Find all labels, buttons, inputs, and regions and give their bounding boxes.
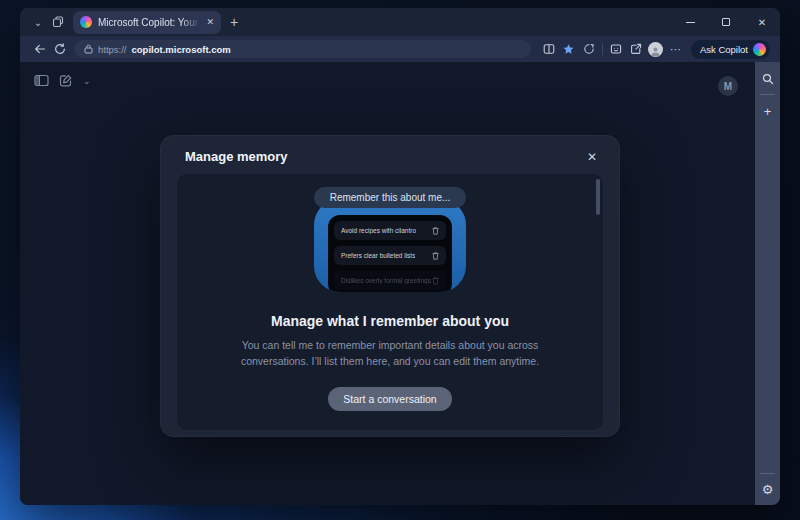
profile-avatar	[648, 42, 663, 57]
close-icon: ✕	[758, 17, 766, 28]
browser-essentials-button[interactable]	[579, 39, 599, 59]
maximize-icon	[722, 18, 730, 26]
tab-strip: ⌄ Microsoft Copilot: Your AI compan ✕ + …	[20, 8, 780, 36]
ask-copilot-label: Ask Copilot	[700, 44, 748, 55]
memory-text: Avoid recipes with cilantro	[341, 227, 416, 234]
toolbar-divider	[602, 43, 603, 55]
memory-row: Dislikes overly formal greetings	[334, 271, 446, 290]
tab-actions-menu-button[interactable]: ⌄	[28, 12, 48, 32]
back-arrow-icon	[34, 43, 46, 55]
site-info-lock-icon	[84, 44, 93, 54]
copilot-page: ⌄ M Manage memory ✕ Remember this about …	[20, 62, 755, 505]
tab-close-icon[interactable]: ✕	[206, 17, 214, 27]
desktop-wallpaper: { "tab_strip": { "chevron_glyph": "⌄", "…	[0, 0, 800, 520]
tab-title: Microsoft Copilot: Your AI compan	[98, 17, 200, 28]
back-button[interactable]	[30, 39, 50, 59]
dialog-title: Manage memory	[185, 149, 288, 164]
scrollbar-thumb[interactable]	[596, 179, 600, 215]
memory-row: Prefers clear bulleted lists	[334, 246, 446, 265]
memory-text: Prefers clear bulleted lists	[341, 252, 415, 259]
url-scheme: https://	[98, 44, 127, 55]
web-capture-button[interactable]	[606, 39, 626, 59]
minimize-icon	[686, 22, 695, 23]
rail-divider	[760, 473, 775, 474]
browser-tab[interactable]: Microsoft Copilot: Your AI compan ✕	[73, 11, 221, 34]
browser-window: ⌄ Microsoft Copilot: Your AI compan ✕ + …	[20, 8, 780, 505]
chevron-down-icon: ⌄	[34, 17, 42, 28]
start-conversation-button[interactable]: Start a conversation	[328, 387, 451, 411]
rail-divider	[760, 94, 775, 95]
split-screen-icon	[543, 43, 555, 55]
refresh-button[interactable]	[50, 39, 70, 59]
refresh-icon	[54, 43, 66, 55]
profile-button[interactable]	[646, 39, 666, 59]
search-icon[interactable]	[762, 73, 774, 85]
dialog-description: You can tell me to remember important de…	[224, 338, 556, 370]
workspaces-icon	[52, 16, 64, 28]
memory-bubble: Remember this about me...	[314, 187, 467, 208]
memory-illustration: Avoid recipes with cilantro Prefers clea…	[314, 199, 466, 292]
close-window-button[interactable]: ✕	[744, 8, 780, 36]
person-icon	[650, 46, 661, 57]
copilot-favicon	[80, 16, 92, 28]
favorites-button[interactable]	[559, 39, 579, 59]
browser-content: ⌄ M Manage memory ✕ Remember this about …	[20, 62, 780, 505]
rail-add-button[interactable]: +	[764, 104, 772, 119]
web-capture-icon	[610, 43, 622, 55]
address-bar[interactable]: https://copilot.microsoft.com	[74, 40, 531, 58]
workspaces-button[interactable]	[48, 12, 68, 32]
account-avatar[interactable]: M	[718, 76, 738, 96]
dialog-close-button[interactable]: ✕	[587, 150, 597, 164]
share-icon	[630, 43, 642, 55]
share-button[interactable]	[626, 39, 646, 59]
edge-sidebar-rail: + ⚙	[755, 62, 780, 505]
browser-essentials-icon	[583, 43, 595, 55]
copilot-page-controls: ⌄	[34, 74, 91, 87]
minimize-button[interactable]	[672, 8, 708, 36]
favorites-star-icon	[562, 43, 575, 56]
url-host: copilot.microsoft.com	[132, 44, 231, 55]
memory-card: Avoid recipes with cilantro Prefers clea…	[328, 215, 452, 292]
dialog-body-panel: Remember this about me... Avoid recipes …	[177, 174, 603, 430]
trash-icon	[432, 277, 439, 285]
dialog-header: Manage memory ✕	[161, 136, 619, 174]
maximize-button[interactable]	[708, 8, 744, 36]
browser-toolbar: https://copilot.microsoft.com ⋯ Ask Copi…	[20, 36, 780, 62]
new-chat-icon[interactable]	[59, 74, 73, 87]
settings-and-more-button[interactable]: ⋯	[666, 39, 686, 59]
new-tab-button[interactable]: +	[230, 14, 238, 30]
dialog-heading: Manage what I remember about you	[177, 313, 603, 329]
split-screen-button[interactable]	[539, 39, 559, 59]
memory-row: Avoid recipes with cilantro	[334, 221, 446, 240]
gear-icon[interactable]: ⚙	[762, 483, 774, 496]
copilot-logo-icon	[753, 43, 766, 56]
trash-icon	[432, 227, 439, 235]
window-controls: ✕	[672, 8, 780, 36]
chevron-down-icon[interactable]: ⌄	[83, 76, 91, 86]
memory-text: Dislikes overly formal greetings	[341, 277, 431, 284]
ask-copilot-button[interactable]: Ask Copilot	[691, 40, 770, 59]
trash-icon	[432, 252, 439, 260]
sidebar-toggle-icon[interactable]	[34, 74, 49, 87]
manage-memory-dialog: Manage memory ✕ Remember this about me..…	[160, 135, 620, 437]
